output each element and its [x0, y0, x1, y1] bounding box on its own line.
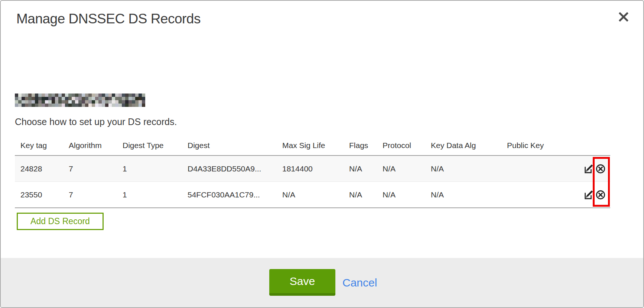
cell-key-tag: 23550 — [15, 182, 63, 208]
save-button[interactable]: Save — [269, 269, 335, 296]
ds-records-table: Key tag Algorithm Digest Type Digest Max… — [15, 135, 610, 208]
col-header-max-sig-life: Max Sig Life — [277, 135, 344, 155]
delete-record-button[interactable] — [595, 164, 606, 174]
circle-x-icon — [595, 190, 606, 200]
cell-algorithm: 7 — [63, 182, 117, 208]
cell-max-sig-life: 1814400 — [277, 155, 344, 182]
instruction-text: Choose how to set up your DS records. — [15, 117, 177, 127]
cell-public-key — [501, 182, 576, 208]
cell-key-tag: 24828 — [15, 155, 63, 182]
cell-flags: N/A — [344, 182, 377, 208]
cell-digest-type: 1 — [117, 182, 182, 208]
edit-record-button[interactable] — [583, 164, 594, 174]
page-title: Manage DNSSEC DS Records — [16, 11, 201, 27]
cell-digest: D4A33E8DD550A9... — [182, 155, 277, 182]
col-header-actions — [576, 135, 610, 155]
cell-public-key — [501, 155, 576, 182]
table-row: 23550 7 1 54FCF030AA1C79... N/A N/A N/A … — [15, 182, 610, 208]
cell-max-sig-life: N/A — [277, 182, 344, 208]
edit-icon — [583, 190, 594, 200]
delete-record-button[interactable] — [595, 190, 606, 200]
manage-dnssec-modal: Manage DNSSEC DS Records Choose how to s… — [0, 0, 644, 308]
cell-protocol: N/A — [377, 155, 425, 182]
circle-x-icon — [595, 164, 606, 174]
modal-footer: Save Cancel — [1, 258, 643, 307]
col-header-key-tag: Key tag — [15, 135, 63, 155]
col-header-digest: Digest — [182, 135, 277, 155]
col-header-public-key: Public Key — [501, 135, 576, 155]
add-ds-record-button[interactable]: Add DS Record — [17, 213, 104, 230]
col-header-algorithm: Algorithm — [63, 135, 117, 155]
cell-algorithm: 7 — [63, 155, 117, 182]
close-button[interactable] — [617, 10, 631, 24]
cell-digest-type: 1 — [117, 155, 182, 182]
table-row: 24828 7 1 D4A33E8DD550A9... 1814400 N/A … — [15, 155, 610, 182]
cell-key-data-alg: N/A — [425, 182, 501, 208]
cell-protocol: N/A — [377, 182, 425, 208]
edit-icon — [583, 164, 594, 174]
cancel-link[interactable]: Cancel — [342, 276, 377, 289]
cell-key-data-alg: N/A — [425, 155, 501, 182]
col-header-digest-type: Digest Type — [117, 135, 182, 155]
cell-digest: 54FCF030AA1C79... — [182, 182, 277, 208]
edit-record-button[interactable] — [583, 190, 594, 200]
col-header-protocol: Protocol — [377, 135, 425, 155]
table-header-row: Key tag Algorithm Digest Type Digest Max… — [15, 135, 610, 155]
cell-flags: N/A — [344, 155, 377, 182]
col-header-flags: Flags — [344, 135, 377, 155]
col-header-key-data-alg: Key Data Alg — [425, 135, 501, 155]
redacted-domain-name — [15, 94, 145, 107]
